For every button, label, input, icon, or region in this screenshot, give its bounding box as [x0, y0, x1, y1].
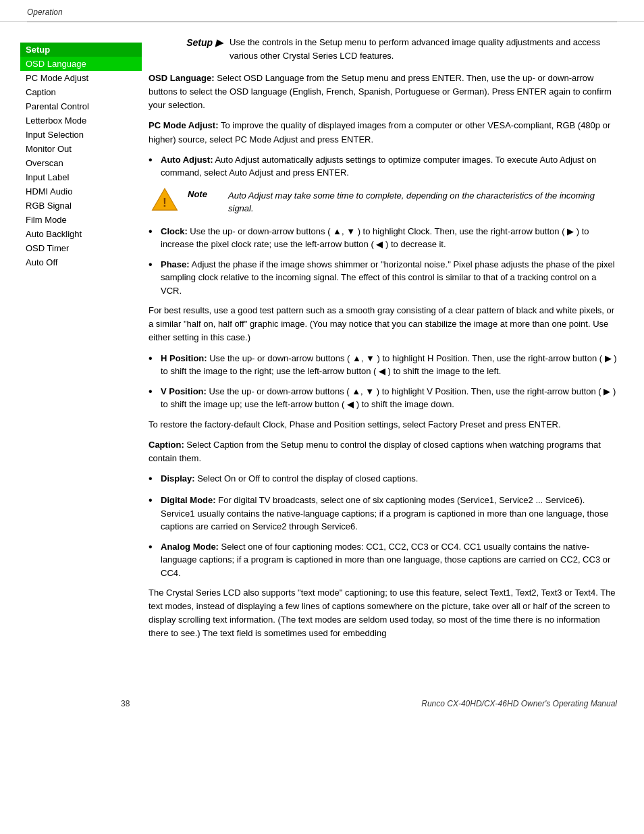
analog-mode-list: • Analog Mode: Select one of four captio… — [149, 540, 617, 580]
phase-item: • Phase: Adjust the phase if the image s… — [149, 258, 617, 298]
note-icon-container: ! — [149, 186, 181, 213]
caption-text: Select Caption from the Setup menu to co… — [149, 440, 601, 463]
clock-list: • Clock: Use the up- or down-arrow butto… — [149, 225, 617, 251]
sidebar-item-rgb-signal[interactable]: RGB Signal — [20, 199, 142, 213]
auto-adjust-list: • Auto Adjust: Auto Adjust automatically… — [149, 153, 617, 180]
pc-mode-section: PC Mode Adjust: To improve the quality o… — [149, 119, 617, 146]
h-position-text: H Position: Use the up- or down-arrow bu… — [161, 352, 617, 378]
display-text: Display: Select On or Off to control the… — [161, 472, 418, 487]
analog-mode-text: Analog Mode: Select one of four captioni… — [161, 540, 617, 580]
sidebar-item-film-mode[interactable]: Film Mode — [20, 213, 142, 227]
svg-text:!: ! — [163, 196, 167, 209]
sidebar: SetupOSD LanguagePC Mode AdjustCaptionPa… — [0, 36, 142, 675]
bullet-dot-analog: • — [149, 539, 161, 580]
v-position-text: V Position: Use the up- or down-arrow bu… — [161, 385, 617, 411]
note-label: Note — [188, 189, 221, 199]
sidebar-item-osd-timer[interactable]: OSD Timer — [20, 241, 142, 255]
digital-mode-list: • Digital Mode: For digital TV broadcast… — [149, 494, 617, 533]
sidebar-item-parental-control[interactable]: Parental Control — [20, 99, 142, 113]
footer-brand: Runco CX-40HD/CX-46HD Owner's Operating … — [223, 699, 617, 708]
caption-heading: Caption: — [149, 440, 184, 450]
sidebar-item-monitor-out[interactable]: Monitor Out — [20, 142, 142, 156]
bullet-dot-h: • — [149, 350, 161, 378]
sidebar-item-auto-backlight[interactable]: Auto Backlight — [20, 227, 142, 241]
breadcrumb: Operation — [27, 7, 63, 17]
header-bar: Operation — [0, 0, 644, 22]
bullet-dot-phase: • — [149, 257, 161, 298]
caption-section: Caption: Select Caption from the Setup m… — [149, 438, 617, 465]
sidebar-item-setup[interactable]: Setup — [20, 43, 142, 57]
pc-mode-para: PC Mode Adjust: To improve the quality o… — [149, 119, 617, 146]
analog-mode-item: • Analog Mode: Select one of four captio… — [149, 540, 617, 580]
digital-mode-text: Digital Mode: For digital TV broadcasts,… — [161, 494, 617, 533]
display-list: • Display: Select On or Off to control t… — [149, 472, 617, 487]
setup-label: Setup ▶ — [149, 36, 230, 48]
digital-mode-item: • Digital Mode: For digital TV broadcast… — [149, 494, 617, 533]
osd-language-section: OSD Language: Select OSD Language from t… — [149, 72, 617, 112]
phase-list: • Phase: Adjust the phase if the image s… — [149, 258, 617, 298]
note-box: ! Note Auto Adjust may take some time to… — [149, 186, 617, 215]
sidebar-item-osd-language[interactable]: OSD Language — [20, 57, 142, 71]
phase-text: Phase: Adjust the phase if the image sho… — [161, 258, 617, 298]
page: Operation SetupOSD LanguagePC Mode Adjus… — [0, 0, 644, 834]
bullet-dot-v: • — [149, 384, 161, 411]
bullet-dot: • — [149, 152, 161, 180]
auto-adjust-text: Auto Adjust: Auto Adjust automatically a… — [161, 153, 617, 180]
sidebar-item-letterbox-mode[interactable]: Letterbox Mode — [20, 113, 142, 128]
sidebar-item-caption[interactable]: Caption — [20, 85, 142, 99]
clock-text: Clock: Use the up- or down-arrow buttons… — [161, 225, 617, 251]
setup-description: Use the controls in the Setup menu to pe… — [230, 36, 617, 62]
pc-mode-heading: PC Mode Adjust: — [149, 120, 219, 130]
note-text: Auto Adjust may take some time to comple… — [228, 189, 617, 215]
auto-adjust-item: • Auto Adjust: Auto Adjust automatically… — [149, 153, 617, 180]
factory-reset-para: To restore the factory-default Clock, Ph… — [149, 418, 617, 432]
crystal-text-para: The Crystal Series LCD also supports "te… — [149, 586, 617, 641]
page-number: 38 — [27, 699, 223, 708]
display-item: • Display: Select On or Off to control t… — [149, 472, 617, 487]
v-position-list: • V Position: Use the up- or down-arrow … — [149, 385, 617, 411]
h-position-item: • H Position: Use the up- or down-arrow … — [149, 352, 617, 378]
sidebar-item-input-selection[interactable]: Input Selection — [20, 128, 142, 142]
sidebar-item-auto-off[interactable]: Auto Off — [20, 255, 142, 269]
sidebar-item-overscan[interactable]: Overscan — [20, 156, 142, 170]
osd-language-para: OSD Language: Select OSD Language from t… — [149, 72, 617, 112]
bullet-dot-digital: • — [149, 492, 161, 533]
caption-para: Caption: Select Caption from the Setup m… — [149, 438, 617, 465]
setup-header: Setup ▶ Use the controls in the Setup me… — [149, 36, 617, 62]
sidebar-item-pc-mode-adjust[interactable]: PC Mode Adjust — [20, 71, 142, 85]
footer: 38 Runco CX-40HD/CX-46HD Owner's Operati… — [0, 688, 644, 715]
v-position-item: • V Position: Use the up- or down-arrow … — [149, 385, 617, 411]
sidebar-item-hdmi-audio[interactable]: HDMI Audio — [20, 184, 142, 199]
main-content: Setup ▶ Use the controls in the Setup me… — [142, 36, 644, 675]
sidebar-item-input-label[interactable]: Input Label — [20, 170, 142, 184]
osd-language-heading: OSD Language: — [149, 73, 215, 83]
bullet-dot-display: • — [149, 471, 161, 487]
h-position-list: • H Position: Use the up- or down-arrow … — [149, 352, 617, 378]
bullet-dot-clock: • — [149, 224, 161, 251]
phase-detail: For best results, use a good test patter… — [149, 304, 617, 344]
clock-item: • Clock: Use the up- or down-arrow butto… — [149, 225, 617, 251]
osd-language-text: Select OSD Language from the Setup menu … — [149, 73, 612, 110]
content-area: SetupOSD LanguagePC Mode AdjustCaptionPa… — [0, 22, 644, 675]
warning-triangle-icon: ! — [151, 186, 178, 213]
